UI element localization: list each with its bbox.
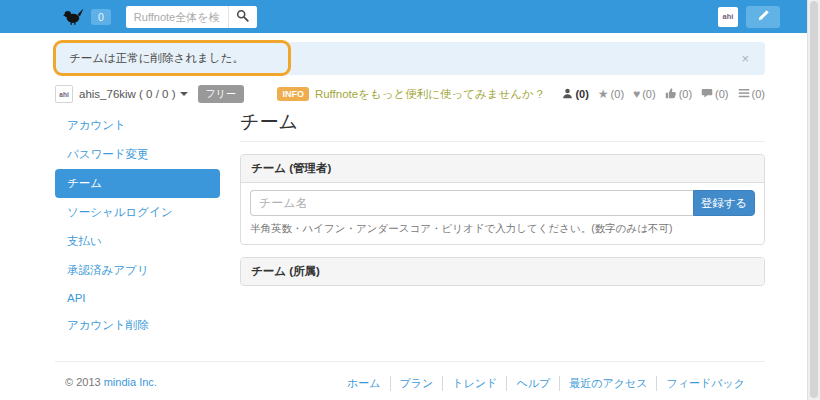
notification-count-badge[interactable]: 0: [91, 9, 111, 25]
footer-link-recent-access[interactable]: 最近のアクセス: [559, 376, 647, 391]
comment-icon: [701, 87, 713, 101]
stat-likes[interactable]: ♥ (0): [633, 88, 656, 100]
copyright: © 2013 mindia Inc.: [65, 376, 157, 391]
team-admin-panel-body: 登録する 半角英数・ハイフン・アンダースコア・ピリオドで入力してください。(数字…: [241, 183, 764, 244]
page: 0 ahi: [0, 0, 820, 400]
footer-links: ホーム プラン トレンド ヘルプ 最近のアクセス フィードバック: [347, 376, 745, 391]
user-avatar[interactable]: ahi: [718, 7, 738, 27]
scrollbar-thumb[interactable]: [810, 1, 818, 398]
caret-down-icon[interactable]: [180, 92, 188, 96]
stat-count: (0): [611, 88, 624, 100]
heart-icon: ♥: [633, 88, 640, 100]
thumbs-up-icon: [665, 87, 677, 101]
person-icon: [562, 88, 573, 101]
stat-count: (0): [715, 88, 728, 100]
stat-count: (0): [642, 88, 655, 100]
alert-message: チームは正常に削除されました。: [69, 51, 244, 66]
user-avatar-small[interactable]: ahi: [55, 85, 73, 103]
content-container: チームは正常に削除されました。 × ahi ahis_76kiw ( 0 / 0…: [55, 33, 765, 340]
team-member-panel: チーム (所属): [240, 257, 765, 286]
register-team-button[interactable]: 登録する: [693, 190, 755, 216]
alert-close-icon[interactable]: ×: [741, 52, 749, 65]
success-alert: チームは正常に削除されました。 ×: [55, 42, 765, 75]
stat-stars[interactable]: ★ (0): [598, 88, 624, 100]
navbar-right: ahi: [718, 6, 780, 28]
user-bar: ahi ahis_76kiw ( 0 / 0 ) フリー INFO Ruffno…: [55, 85, 765, 103]
page-title: チーム: [240, 111, 765, 142]
team-name-input[interactable]: [250, 190, 693, 216]
pencil-icon: [757, 9, 770, 25]
footer-link-home[interactable]: ホーム: [347, 376, 381, 391]
settings-layout: アカウント パスワード変更 チーム ソーシャルログイン 支払い 承認済みアプリ …: [55, 111, 765, 340]
info-badge: INFO: [277, 87, 309, 101]
main-content: チーム チーム (管理者) 登録する 半角英数・ハイフン・アンダースコア・ピリオ…: [240, 111, 765, 340]
team-admin-panel-heading: チーム (管理者): [241, 155, 764, 183]
copyright-text: © 2013: [65, 376, 104, 388]
company-link[interactable]: mindia Inc.: [104, 376, 157, 388]
footer: © 2013 mindia Inc. ホーム プラン トレンド ヘルプ 最近のア…: [55, 361, 765, 391]
star-icon: ★: [598, 88, 609, 100]
stat-count: (0): [575, 88, 588, 100]
sidebar-item-api[interactable]: API: [55, 285, 220, 311]
sidebar-item-social-login[interactable]: ソーシャルログイン: [55, 198, 220, 227]
user-stats: INFO Ruffnoteをもっと便利に使ってみませんか？ (0) ★ (0): [277, 87, 765, 102]
sidebar-item-team[interactable]: チーム: [55, 169, 220, 198]
stat-notes[interactable]: (0): [738, 88, 765, 101]
footer-link-help[interactable]: ヘルプ: [506, 376, 550, 391]
stat-count: (0): [752, 88, 765, 100]
page-scrollbar[interactable]: [807, 0, 820, 400]
footer-link-plan[interactable]: プラン: [390, 376, 434, 391]
sidebar-item-account[interactable]: アカウント: [55, 111, 220, 140]
top-navbar: 0 ahi: [0, 0, 807, 33]
new-note-button[interactable]: [746, 6, 780, 28]
stat-thumbs-up[interactable]: (0): [665, 87, 692, 101]
sidebar-item-delete-account[interactable]: アカウント削除: [55, 311, 220, 340]
sidebar-item-approved-apps[interactable]: 承認済みアプリ: [55, 256, 220, 285]
plan-badge[interactable]: フリー: [198, 85, 244, 103]
footer-link-feedback[interactable]: フィードバック: [656, 376, 745, 391]
bird-logo-icon[interactable]: [63, 8, 84, 25]
stat-count: (0): [679, 88, 692, 100]
magnifier-icon: [236, 9, 249, 25]
search-button[interactable]: [228, 6, 257, 28]
sidebar-item-password[interactable]: パスワード変更: [55, 140, 220, 169]
team-member-panel-heading: チーム (所属): [241, 258, 764, 285]
list-icon: [738, 88, 750, 101]
info-link[interactable]: Ruffnoteをもっと便利に使ってみませんか？: [315, 87, 546, 102]
footer-link-trend[interactable]: トレンド: [442, 376, 497, 391]
settings-sidebar: アカウント パスワード変更 チーム ソーシャルログイン 支払い 承認済みアプリ …: [55, 111, 220, 340]
team-admin-panel: チーム (管理者) 登録する 半角英数・ハイフン・アンダースコア・ピリオドで入力…: [240, 154, 765, 245]
stat-comments[interactable]: (0): [701, 87, 728, 101]
search-input[interactable]: [126, 6, 228, 28]
username-dropdown[interactable]: ahis_76kiw ( 0 / 0 ): [79, 88, 176, 100]
sidebar-item-payment[interactable]: 支払い: [55, 227, 220, 256]
global-search: [126, 6, 257, 28]
team-name-help-text: 半角英数・ハイフン・アンダースコア・ピリオドで入力してください。(数字のみは不可…: [250, 222, 755, 236]
stat-followers[interactable]: (0): [562, 88, 588, 101]
